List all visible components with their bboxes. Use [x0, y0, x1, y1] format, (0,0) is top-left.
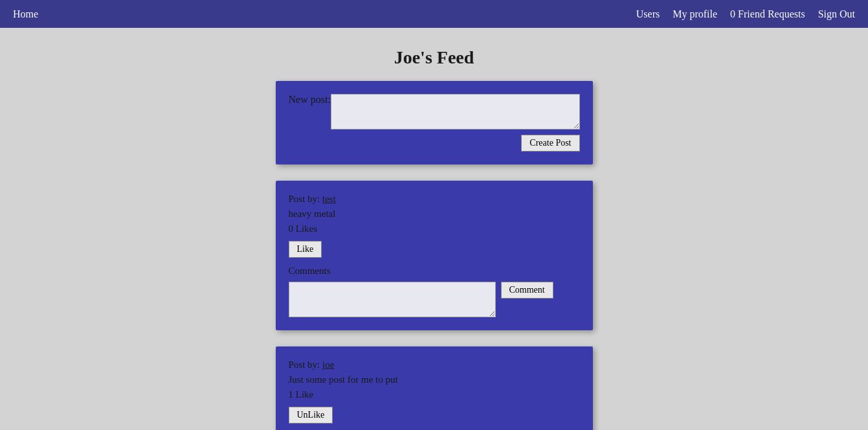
post-author-link-0[interactable]: test: [322, 194, 336, 204]
new-post-card: New post: Create Post: [276, 81, 593, 164]
unlike-button-1[interactable]: UnLike: [289, 407, 333, 424]
new-post-label: New post:: [289, 94, 331, 106]
nav-signout-link[interactable]: Sign Out: [818, 8, 855, 20]
comments-label-0: Comments: [289, 266, 580, 277]
post-author-0: Post by: test: [289, 194, 580, 205]
nav-myprofile-link[interactable]: My profile: [673, 8, 717, 20]
main-content: Joe's Feed New post: Create Post Post by…: [0, 28, 868, 430]
comment-button-0[interactable]: Comment: [501, 282, 553, 299]
post-likes-1: 1 Like: [289, 389, 580, 400]
post-likes-0: 0 Likes: [289, 223, 580, 234]
nav-left: Home: [13, 8, 38, 20]
comment-input-0[interactable]: [289, 282, 496, 317]
nav-home-link[interactable]: Home: [13, 8, 38, 19]
nav-friend-requests-link[interactable]: 0 Friend Requests: [730, 8, 805, 20]
post-author-link-1[interactable]: joe: [322, 359, 334, 370]
post-author-prefix-0: Post by:: [289, 194, 323, 204]
like-button-0[interactable]: Like: [289, 241, 322, 258]
nav-right: Users My profile 0 Friend Requests Sign …: [636, 8, 855, 20]
post-card-1: Post by: joe Just some post for me to pu…: [276, 346, 593, 430]
post-author-prefix-1: Post by:: [289, 359, 323, 370]
post-content-0: heavy metal: [289, 209, 580, 220]
comment-row-0: Comment: [289, 282, 580, 317]
new-post-textarea[interactable]: [331, 94, 580, 130]
post-content-1: Just some post for me to put: [289, 374, 580, 385]
post-card-0: Post by: test heavy metal 0 Likes Like C…: [276, 181, 593, 330]
new-post-actions: Create Post: [289, 135, 580, 152]
post-author-1: Post by: joe: [289, 359, 580, 370]
page-title: Joe's Feed: [394, 47, 474, 68]
nav-users-link[interactable]: Users: [636, 8, 660, 20]
navbar: Home Users My profile 0 Friend Requests …: [0, 0, 868, 28]
create-post-button[interactable]: Create Post: [521, 135, 579, 152]
new-post-row: New post:: [289, 94, 580, 130]
